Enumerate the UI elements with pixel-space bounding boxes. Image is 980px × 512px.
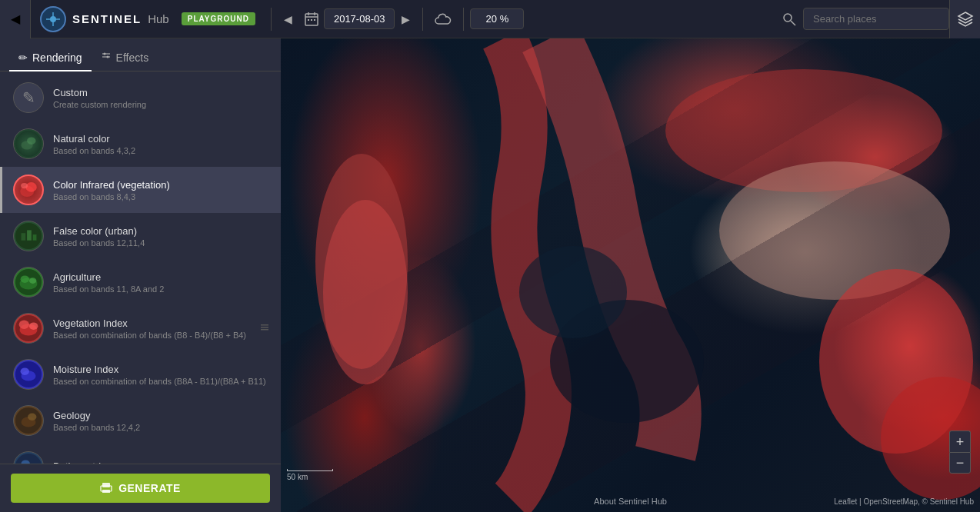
- item-name: Color Infrared (vegetation): [53, 179, 270, 191]
- item-name: Custom: [53, 87, 270, 98]
- list-item[interactable]: Bathymetric: [0, 444, 281, 464]
- svg-point-32: [29, 278, 37, 284]
- back-icon: ◀: [11, 12, 20, 26]
- satellite-icon: [45, 12, 61, 27]
- bathymetric-thumb-svg: [14, 451, 43, 464]
- item-thumbnail: [13, 313, 44, 344]
- list-item[interactable]: Vegetation Index Based on combination of…: [0, 305, 281, 351]
- list-item[interactable]: Geology Based on bands 12,4,2: [0, 397, 281, 444]
- list-item[interactable]: Moisture Index Based on combination of b…: [0, 351, 281, 397]
- item-desc: Based on combination of bands (B8A - B11…: [53, 377, 270, 386]
- map-attribution: Leaflet | OpenStreetMap, © Sentinel Hub: [834, 497, 974, 506]
- item-info: Moisture Index Based on combination of b…: [53, 364, 270, 386]
- item-thumbnail: [13, 221, 44, 251]
- scale-line: [287, 469, 333, 471]
- render-list: ✎ Custom Create custom rendering: [0, 71, 281, 464]
- zoom-display[interactable]: 20 %: [470, 8, 524, 29]
- logo-icon: [40, 6, 66, 32]
- search-button[interactable]: [775, 5, 803, 33]
- item-info: Color Infrared (vegetation) Based on ban…: [53, 179, 270, 201]
- item-thumbnail: [13, 128, 44, 159]
- app-header: ◀ SENTINEL Hub PLAYGROUND ◀ 2017-08-0: [0, 0, 980, 38]
- scale-bar: 50 km: [287, 469, 333, 481]
- svg-rect-27: [27, 230, 32, 240]
- divider-3: [463, 8, 464, 31]
- map-stripe-overlay: [281, 38, 980, 512]
- zoom-in-button[interactable]: +: [949, 431, 971, 452]
- list-item[interactable]: Natural color Based on bands 4,3,2: [0, 121, 281, 167]
- rendering-tab-label: Rendering: [32, 52, 82, 64]
- color-ir-thumb-svg: [15, 175, 42, 205]
- map-area[interactable]: + − 50 km About Sentinel Hub Leaflet | O…: [281, 38, 980, 512]
- effects-tab-label: Effects: [116, 52, 149, 64]
- natural-thumb-svg: [14, 128, 43, 159]
- layers-button[interactable]: [949, 0, 980, 38]
- item-thumbnail: [13, 359, 44, 390]
- sidebar: ✏ Rendering Effects ✎ Custom Cr: [0, 38, 281, 512]
- zoom-controls: + −: [949, 431, 971, 474]
- cloud-button[interactable]: [429, 5, 457, 33]
- item-name: Agriculture: [53, 271, 270, 283]
- next-date-button[interactable]: ▶: [395, 8, 416, 30]
- generate-button[interactable]: GENERATE: [11, 474, 270, 503]
- cloud-icon: [435, 13, 452, 25]
- zoom-out-button[interactable]: −: [949, 452, 971, 474]
- calendar-icon: [304, 12, 319, 27]
- calendar-button[interactable]: [299, 7, 324, 32]
- item-desc: Based on bands 11, 8A and 2: [53, 284, 270, 294]
- item-desc: Based on bands 8,4,3: [53, 192, 270, 201]
- item-name: Geology: [53, 410, 270, 421]
- svg-point-23: [25, 182, 36, 192]
- svg-point-45: [28, 414, 36, 421]
- tabs-row: ✏ Rendering Effects: [0, 38, 281, 71]
- scale-label: 50 km: [287, 473, 308, 481]
- drag-handle[interactable]: [259, 322, 270, 335]
- about-link[interactable]: About Sentinel Hub: [594, 497, 667, 506]
- item-thumbnail: [13, 267, 44, 298]
- back-button[interactable]: ◀: [0, 0, 31, 38]
- item-name: Natural color: [53, 133, 270, 145]
- svg-rect-51: [102, 490, 110, 493]
- item-name: Moisture Index: [53, 364, 270, 375]
- item-name: Vegetation Index: [53, 318, 250, 329]
- generate-bar: GENERATE: [0, 464, 281, 512]
- moisture-thumb-svg: [14, 359, 43, 390]
- logo-area: SENTINEL Hub PLAYGROUND: [31, 6, 265, 32]
- list-item[interactable]: False color (urban) Based on bands 12,11…: [0, 213, 281, 259]
- item-desc: Based on bands 12,11,4: [53, 238, 270, 248]
- svg-point-17: [103, 53, 105, 55]
- item-desc: Based on bands 12,4,2: [53, 423, 270, 432]
- search-icon: [782, 12, 796, 26]
- svg-point-12: [784, 14, 792, 22]
- custom-icon: ✎: [22, 88, 35, 107]
- map-background: + − 50 km About Sentinel Hub Leaflet | O…: [281, 38, 980, 512]
- divider-1: [271, 8, 272, 31]
- item-info: Custom Create custom rendering: [53, 87, 270, 109]
- date-display[interactable]: 2017-08-03: [324, 8, 395, 29]
- vegetation-thumb-svg: [14, 313, 43, 344]
- geology-thumb-svg: [14, 405, 43, 436]
- svg-rect-9: [308, 19, 309, 21]
- agriculture-thumb-svg: [14, 267, 43, 298]
- item-desc: Based on combination of bands (B8 - B4)/…: [53, 331, 250, 340]
- item-info: False color (urban) Based on bands 12,11…: [53, 225, 270, 248]
- search-input[interactable]: [803, 8, 949, 30]
- list-item-color-ir[interactable]: Color Infrared (vegetation) Based on ban…: [0, 167, 281, 213]
- svg-rect-11: [314, 19, 315, 21]
- svg-rect-10: [311, 19, 312, 21]
- list-item[interactable]: Agriculture Based on bands 11, 8A and 2: [0, 259, 281, 305]
- svg-rect-38: [261, 327, 268, 328]
- item-desc: Create custom rendering: [53, 100, 270, 109]
- item-thumbnail: [13, 405, 44, 436]
- svg-point-31: [21, 275, 29, 283]
- tab-rendering[interactable]: ✏ Rendering: [9, 45, 92, 71]
- svg-rect-26: [22, 233, 26, 241]
- svg-rect-28: [33, 234, 37, 241]
- pencil-icon: ✏: [18, 52, 28, 64]
- prev-date-button[interactable]: ◀: [278, 8, 299, 30]
- list-item[interactable]: ✎ Custom Create custom rendering: [0, 75, 281, 121]
- tab-effects[interactable]: Effects: [92, 45, 158, 71]
- svg-point-21: [27, 137, 35, 145]
- svg-marker-14: [958, 12, 972, 20]
- false-urban-thumb-svg: [14, 221, 43, 251]
